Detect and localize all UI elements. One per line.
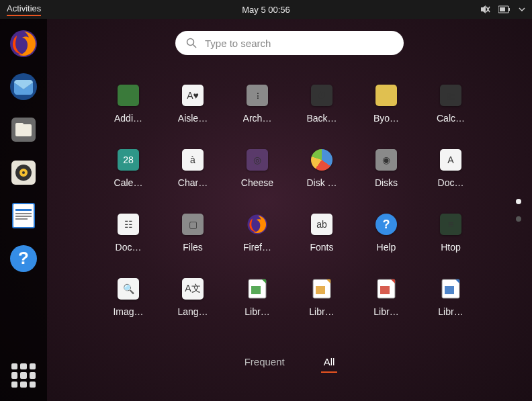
app-label: Htop (441, 242, 461, 253)
battery-icon (498, 5, 511, 13)
app-calendar[interactable]: 28Cale… (96, 146, 161, 211)
app-htop[interactable]: ≡Htop (418, 211, 483, 275)
app-help[interactable]: ?Help (354, 211, 418, 275)
app-libreoffice-math[interactable]: Libr… (418, 275, 483, 340)
help-icon: ? (375, 214, 397, 235)
app-additional-drivers[interactable]: Addi… (96, 82, 161, 146)
app-image-viewer[interactable]: 🔍Imag… (96, 275, 161, 340)
app-calculator[interactable]: ▦Calc… (418, 82, 483, 146)
svg-rect-34 (445, 286, 454, 294)
firefox-icon (247, 214, 268, 235)
search-bar[interactable] (175, 31, 404, 55)
app-libreoffice-calc[interactable]: Libr… (225, 275, 290, 340)
page-indicator[interactable] (516, 199, 521, 222)
svg-rect-31 (380, 286, 390, 294)
dock-files[interactable] (7, 113, 40, 146)
document-scanner-icon: A (440, 149, 461, 171)
app-firefox[interactable]: Firef… (225, 211, 290, 275)
app-aisleriot[interactable]: A♥Aisle… (161, 82, 225, 146)
svg-rect-15 (15, 213, 32, 214)
app-libreoffice-draw[interactable]: Libr… (290, 275, 354, 340)
fonts-icon: ab (311, 214, 332, 235)
svg-rect-25 (251, 286, 261, 294)
app-label: Help (377, 242, 396, 253)
app-language-support[interactable]: A文Lang… (161, 275, 225, 340)
app-label: Addi… (114, 113, 142, 124)
libreoffice-calc-icon (247, 278, 268, 300)
tab-all[interactable]: All (321, 352, 338, 373)
page-dot-2[interactable] (516, 216, 521, 222)
svg-text:?: ? (18, 248, 29, 268)
show-applications-button[interactable] (7, 359, 40, 392)
disk-usage-icon (311, 149, 332, 171)
activities-button[interactable]: Activities (7, 3, 41, 16)
view-tabs: Frequent All (242, 352, 338, 373)
app-files[interactable]: ▢Files (161, 211, 225, 275)
svg-rect-7 (15, 123, 24, 127)
htop-icon: ≡ (440, 214, 461, 235)
dock-libreoffice-writer[interactable] (7, 199, 40, 232)
app-label: Doc… (438, 177, 464, 188)
dock-thunderbird[interactable] (7, 70, 40, 103)
libreoffice-impress-icon (375, 278, 397, 300)
app-grid: Addi…A♥Aisle…⫶Arch…⏱Back…Byo…▦Calc…28Cal… (96, 82, 483, 340)
cheese-icon: ◎ (247, 149, 268, 171)
language-support-icon: A文 (182, 278, 204, 300)
svg-rect-17 (15, 218, 28, 220)
archive-manager-icon: ⫶ (247, 85, 268, 106)
aisleriot-icon: A♥ (182, 85, 204, 106)
search-input[interactable] (205, 38, 393, 49)
app-document-scanner[interactable]: ADoc… (418, 146, 483, 211)
app-label: Imag… (113, 306, 143, 317)
app-label: Cale… (114, 177, 143, 188)
files-icon: ▢ (182, 214, 204, 235)
libreoffice-draw-icon (311, 278, 332, 300)
app-label: Char… (178, 177, 208, 188)
chevron-down-icon (519, 6, 525, 13)
dock-help[interactable]: ? (7, 242, 40, 275)
app-disks[interactable]: ◉Disks (354, 146, 418, 211)
app-label: Byo… (373, 113, 399, 124)
app-backups[interactable]: ⏱Back… (290, 82, 354, 146)
app-label: Arch… (243, 113, 272, 124)
dock: ? (0, 19, 47, 401)
calculator-icon: ▦ (440, 85, 461, 106)
svg-rect-28 (316, 286, 325, 294)
app-characters[interactable]: àChar… (161, 146, 225, 211)
app-disk-usage[interactable]: Disk … (290, 146, 354, 211)
app-label: Calc… (437, 113, 465, 124)
app-label: Libr… (438, 306, 463, 317)
characters-icon: à (182, 149, 204, 171)
app-label: Cheese (241, 177, 273, 188)
app-byobu[interactable]: Byo… (354, 82, 418, 146)
tab-frequent[interactable]: Frequent (242, 352, 287, 373)
applications-overview: Addi…A♥Aisle…⫶Arch…⏱Back…Byo…▦Calc…28Cal… (47, 19, 532, 401)
app-label: Libr… (373, 306, 398, 317)
app-label: Files (183, 242, 203, 253)
app-label: Lang… (177, 306, 208, 317)
top-bar: Activities May 5 00:56 (0, 0, 532, 19)
app-cheese[interactable]: ◎Cheese (225, 146, 290, 211)
system-menu[interactable] (480, 4, 525, 15)
search-icon (186, 38, 197, 48)
volume-muted-icon (480, 4, 490, 15)
app-label: Disk … (306, 177, 337, 188)
app-fonts[interactable]: abFonts (290, 211, 354, 275)
disks-icon: ◉ (375, 149, 397, 171)
svg-rect-1 (508, 8, 510, 11)
page-dot-1[interactable] (516, 199, 521, 204)
app-label: Aisle… (178, 113, 208, 124)
app-label: Firef… (243, 242, 271, 253)
svg-point-20 (187, 39, 194, 46)
app-archive-manager[interactable]: ⫶Arch… (225, 82, 290, 146)
libreoffice-math-icon (440, 278, 461, 300)
svg-line-21 (193, 45, 197, 48)
clock[interactable]: May 5 00:56 (242, 5, 290, 15)
dock-rhythmbox[interactable] (7, 156, 40, 189)
dock-firefox[interactable] (7, 27, 40, 60)
app-label: Doc… (116, 242, 142, 253)
app-label: Libr… (245, 306, 269, 317)
app-libreoffice-impress[interactable]: Libr… (354, 275, 418, 340)
app-document-viewer[interactable]: ☷Doc… (96, 211, 161, 275)
svg-rect-14 (15, 209, 32, 211)
